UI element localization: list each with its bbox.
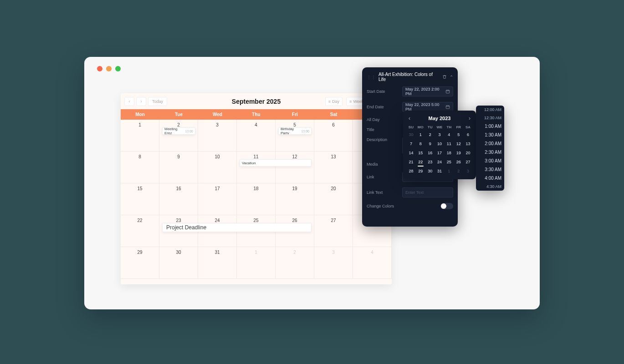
time-option[interactable]: 2:30 AM [479,150,501,155]
calendar-cell[interactable]: 31 [198,247,237,279]
picker-day[interactable]: 4 [445,131,453,138]
today-button[interactable]: Today [148,97,167,106]
calendar-cell[interactable]: 1 [121,120,159,152]
time-option[interactable]: 4:00 AM [479,176,501,181]
day-number: 27 [317,218,350,223]
calendar-cell[interactable]: 3 [198,120,237,152]
day-number: 19 [278,186,311,191]
calendar-cell[interactable]: 2 [159,120,198,152]
picker-day[interactable]: 28 [407,167,415,175]
event-chip[interactable]: Birthday Party13:00 [278,127,312,135]
picker-day[interactable]: 7 [407,140,415,147]
picker-day[interactable]: 30 [407,131,415,138]
picker-day[interactable]: 19 [454,149,463,157]
calendar-cell[interactable]: 20 [314,183,353,215]
picker-day[interactable]: 27 [464,158,472,166]
time-option[interactable]: 2:00 AM [479,141,501,146]
calendar-cell[interactable]: 18 [237,183,276,215]
picker-weekday: FR [454,125,463,129]
calendar-cell[interactable]: 4 [237,120,276,152]
time-option[interactable]: 3:30 AM [479,167,501,172]
picker-day[interactable]: 9 [426,140,435,147]
calendar-cell[interactable]: 9 [159,152,198,183]
picker-day[interactable]: 1 [416,131,425,138]
calendar-cell[interactable]: 13 [314,152,353,183]
picker-day[interactable]: 10 [435,140,444,147]
picker-day[interactable]: 17 [435,149,444,157]
change-colors-toggle[interactable] [440,203,453,209]
picker-day[interactable]: 13 [464,140,472,147]
time-option[interactable]: 3:00 AM [479,158,501,163]
day-number: 1 [240,250,272,255]
picker-day[interactable]: 31 [435,167,444,175]
calendar-cell[interactable]: 16 [159,183,198,215]
picker-day[interactable]: 24 [435,158,444,166]
calendar-cell[interactable]: 1 [237,247,276,279]
picker-day[interactable]: 2 [426,131,435,138]
picker-day[interactable]: 1 [445,167,453,175]
picker-day[interactable]: 16 [426,149,435,157]
calendar-cell[interactable]: 10 [198,152,237,183]
picker-day[interactable]: 20 [464,149,472,157]
prev-month-button[interactable]: ‹ [124,97,134,106]
calendar-cell[interactable]: 3 [314,247,353,279]
close-dot[interactable] [97,66,102,71]
calendar-cell[interactable]: 22 [121,215,159,247]
picker-day[interactable]: 5 [454,131,463,138]
weekday-label: Tue [159,109,198,120]
delete-icon[interactable] [442,75,447,79]
picker-day[interactable]: 25 [445,158,453,166]
time-option[interactable]: 1:30 AM [479,132,501,137]
picker-prev-button[interactable]: ‹ [407,115,412,121]
event-chip[interactable]: Project Deadline [162,223,312,232]
picker-day[interactable]: 11 [445,140,453,147]
picker-day[interactable]: 3 [464,167,472,175]
time-option[interactable]: 1:00 AM [479,124,501,129]
calendar-cell[interactable]: 15 [121,183,159,215]
time-option[interactable]: 4:30 AM [479,184,501,189]
calendar-cell[interactable]: 8 [121,152,159,183]
picker-day[interactable]: 22 [416,158,425,166]
calendar-cell[interactable]: 19 [276,183,314,215]
weekday-label: Wed [198,109,237,120]
next-month-button[interactable]: › [136,97,146,106]
calendar-cell[interactable]: 11 [237,152,276,183]
event-chip[interactable]: Meeting Erez13:00 [162,127,195,135]
picker-day[interactable]: 6 [464,131,472,138]
calendar-cell[interactable]: 30 [159,247,198,279]
day-number: 30 [162,250,195,255]
picker-day[interactable]: 21 [407,158,415,166]
picker-day[interactable]: 14 [407,149,415,157]
picker-day[interactable]: 3 [435,131,444,138]
calendar-cell[interactable]: 29 [121,247,159,279]
time-option[interactable]: 12:00 AM [479,107,501,112]
calendar-cell[interactable]: 17 [198,183,237,215]
view-day-button[interactable]: Day [325,97,343,106]
picker-day[interactable]: 18 [445,149,453,157]
picker-day[interactable]: 8 [416,140,425,147]
link-text-input[interactable]: Enter Text [402,187,453,197]
picker-header: ‹ May 2023 › [407,115,472,121]
drag-handle-icon[interactable]: ⋮⋮ [367,75,376,80]
time-option[interactable]: 12:30 AM [479,116,501,120]
calendar-cell[interactable]: 2 [276,247,314,279]
calendar-cell[interactable]: 4 [353,247,392,279]
minimize-dot[interactable] [106,66,112,71]
picker-day[interactable]: 12 [454,140,463,147]
picker-day[interactable]: 30 [426,167,435,175]
collapse-icon[interactable]: ⌃ [450,75,453,80]
picker-day[interactable]: 29 [416,167,425,175]
calendar-cell[interactable]: 27 [314,215,353,247]
picker-day[interactable]: 2 [454,167,463,175]
picker-day[interactable]: 26 [454,158,463,166]
picker-next-button[interactable]: › [467,115,472,121]
start-date-input[interactable]: May 22, 2023 2:00 PM [402,86,453,96]
picker-day[interactable]: 23 [426,158,435,166]
maximize-dot[interactable] [115,66,121,71]
picker-day[interactable]: 15 [416,149,425,157]
calendar-cell[interactable]: 12 [276,152,314,183]
event-chip[interactable]: Vacation [240,159,312,167]
calendar-cell[interactable]: 6 [314,120,353,152]
calendar-cell[interactable]: 5 [276,120,314,152]
date-picker: ‹ May 2023 › SUMOTUWETHFRSA3012345678910… [403,111,476,179]
